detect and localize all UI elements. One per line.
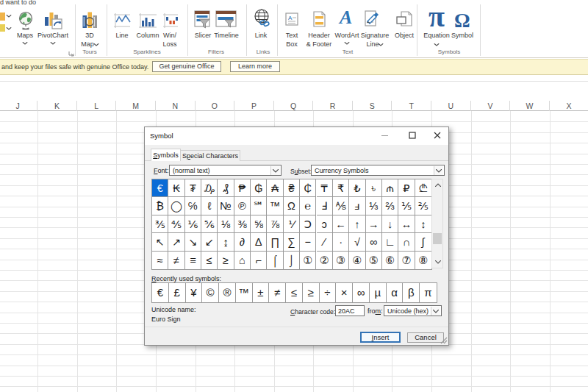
svg-text:A: A [288, 15, 293, 21]
